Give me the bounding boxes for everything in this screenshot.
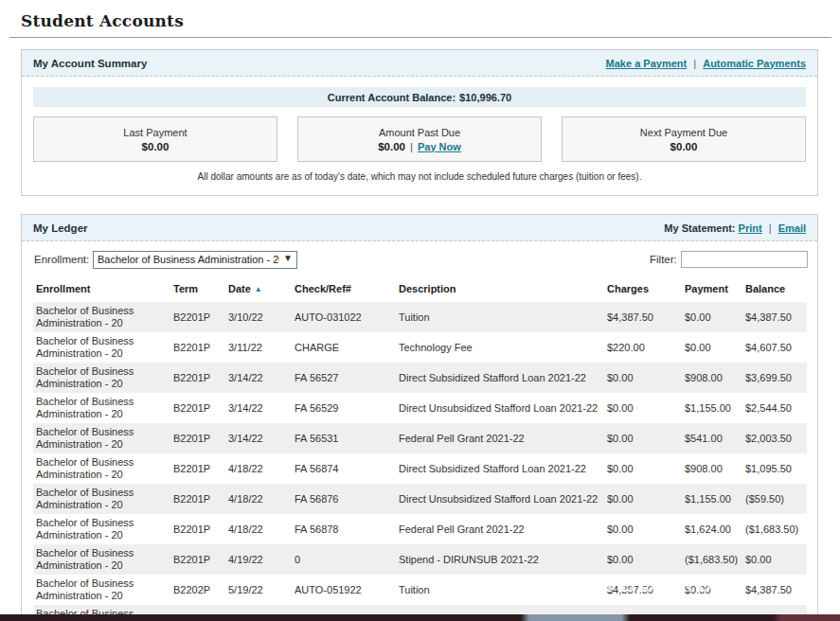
cell-date: 3/14/22: [225, 363, 292, 393]
cell-ref: AUTO-051922: [292, 575, 396, 605]
summary-header-links: Make a Payment | Automatic Payments: [606, 58, 806, 69]
cell-enrollment: Bachelor of Business Administration - 20: [33, 514, 170, 544]
cell-payment: $0.00: [682, 302, 742, 332]
cell-ref: FA 56529: [292, 393, 396, 423]
account-summary-panel: My Account Summary Make a Payment | Auto…: [21, 49, 818, 196]
amount-past-due-label: Amount Past Due: [379, 127, 460, 138]
automatic-payments-link[interactable]: Automatic Payments: [703, 58, 806, 69]
last-payment-label: Last Payment: [123, 127, 187, 138]
next-payment-due-label: Next Payment Due: [640, 127, 727, 138]
current-balance-label: Current Account Balance:: [328, 92, 456, 103]
next-payment-due-amount: $0.00: [670, 141, 698, 152]
table-row: Bachelor of Business Administration - 20…: [33, 423, 807, 453]
cell-description: Direct Subsidized Stafford Loan 2021-22: [396, 363, 604, 393]
print-statement-link[interactable]: Print: [739, 222, 762, 234]
cell-enrollment: Bachelor of Business Administration - 20: [33, 575, 170, 605]
cell-description: Direct Unsubsidized Stafford Loan 2021-2…: [396, 484, 604, 514]
cell-enrollment: Bachelor of Business Administration - 20: [33, 423, 170, 453]
cell-date: 3/14/22: [225, 393, 292, 423]
cell-balance: $0.00: [742, 544, 807, 575]
cell-charges: $0.00: [604, 423, 682, 453]
column-header-charges[interactable]: Charges: [604, 276, 682, 302]
cell-charges: $0.00: [604, 393, 682, 423]
cell-balance: $2,003.50: [742, 423, 807, 453]
cell-enrollment: Bachelor of Business Administration - 20: [33, 363, 170, 393]
table-row: Bachelor of Business Administration - 20…: [33, 514, 807, 544]
last-payment-amount: $0.00: [142, 141, 170, 152]
cell-charges: $0.00: [604, 544, 682, 575]
cell-charges: $4,387.50: [604, 302, 682, 332]
cell-date: 3/14/22: [225, 423, 292, 453]
cell-payment: $541.00: [682, 423, 742, 453]
table-row: Bachelor of Business Administration - 20…: [33, 363, 807, 393]
cell-ref: FA 56878: [292, 514, 396, 544]
page-title: Student Accounts: [21, 11, 184, 30]
ledger-title: My Ledger: [33, 222, 88, 234]
cell-payment: $908.00: [682, 453, 742, 484]
column-header-payment[interactable]: Payment: [682, 276, 742, 302]
cell-balance: $2,544.50: [742, 393, 807, 423]
cell-enrollment: Bachelor of Business Administration - 20: [33, 393, 170, 423]
cell-charges: $0.00: [604, 484, 682, 514]
cell-charges: $220.00: [604, 332, 682, 363]
table-row: Bachelor of Business Administration - 20…: [33, 393, 807, 423]
cell-ref: FA 56531: [292, 423, 396, 453]
column-header-date[interactable]: Date▲: [225, 276, 292, 302]
cell-balance: $4,387.50: [742, 575, 807, 605]
last-payment-box: Last Payment $0.00: [33, 116, 277, 162]
table-row: Bachelor of Business Administration - 20…: [33, 332, 807, 363]
filter-label: Filter:: [650, 254, 677, 265]
make-a-payment-link[interactable]: Make a Payment: [606, 58, 688, 69]
cell-payment: ($1,683.50): [682, 544, 742, 575]
column-header-term[interactable]: Term: [170, 276, 225, 302]
account-summary-title: My Account Summary: [33, 58, 147, 69]
cell-enrollment: Bachelor of Business Administration - 20: [33, 544, 170, 575]
column-header-enrollment[interactable]: Enrollment: [33, 276, 170, 302]
cell-date: 4/18/22: [225, 514, 292, 544]
enrollment-label: Enrollment:: [34, 254, 89, 265]
cell-charges: $0.00: [604, 514, 682, 544]
column-header-balance[interactable]: Balance: [742, 276, 807, 302]
cell-term: B2201P: [170, 363, 225, 393]
cell-description: Federal Pell Grant 2021-22: [396, 514, 604, 544]
cell-payment: $1,155.00: [682, 484, 742, 514]
table-row: Bachelor of Business Administration - 20…: [33, 484, 807, 514]
cell-date: 4/19/22: [225, 544, 292, 575]
column-header-checkref[interactable]: Check/Ref#: [292, 276, 396, 302]
sort-ascending-icon: ▲: [255, 285, 262, 293]
my-statement-label: My Statement:: [664, 222, 735, 234]
pay-now-separator: |: [410, 141, 413, 152]
cell-term: B2201P: [170, 544, 225, 575]
cell-charges: $0.00: [604, 453, 682, 484]
cell-description: Direct Unsubsidized Stafford Loan 2021-2…: [396, 393, 604, 423]
cell-balance: $3,699.50: [742, 363, 807, 393]
next-payment-due-box: Next Payment Due $0.00: [562, 116, 806, 162]
table-row: Bachelor of Business Administration - 20…: [33, 575, 807, 605]
ledger-table: Enrollment Term Date▲ Check/Ref# Descrip…: [33, 276, 807, 621]
cell-term: B2201P: [170, 484, 225, 514]
cell-ref: CHARGE: [292, 332, 396, 363]
ledger-table-body: Bachelor of Business Administration - 20…: [33, 302, 807, 621]
cell-date: 3/11/22: [225, 332, 292, 363]
cell-balance: $4,607.50: [742, 332, 807, 363]
table-row: Bachelor of Business Administration - 20…: [33, 453, 807, 484]
cell-term: B2201P: [170, 302, 225, 332]
table-row: Bachelor of Business Administration - 20…: [33, 302, 807, 332]
cell-description: Direct Subsidized Stafford Loan 2021-22: [396, 453, 604, 484]
cell-enrollment: Bachelor of Business Administration - 20: [33, 302, 170, 332]
cell-balance: ($59.50): [742, 484, 807, 514]
cell-date: 5/19/22: [225, 575, 292, 605]
cell-balance: $1,095.50: [742, 453, 807, 484]
title-divider: [9, 37, 831, 38]
cell-term: B2202P: [170, 575, 225, 605]
enrollment-select[interactable]: Bachelor of Business Administration - 20: [93, 251, 297, 269]
column-header-description[interactable]: Description: [396, 276, 604, 302]
cell-term: B2201P: [170, 514, 225, 544]
cell-date: 3/10/22: [225, 302, 292, 332]
cell-balance: $4,387.50: [742, 302, 807, 332]
filter-input[interactable]: [681, 251, 808, 268]
email-statement-link[interactable]: Email: [778, 222, 806, 234]
cell-description: Federal Pell Grant 2021-22: [396, 423, 604, 453]
pay-now-link[interactable]: Pay Now: [418, 141, 461, 152]
cell-ref: FA 56527: [292, 363, 396, 393]
